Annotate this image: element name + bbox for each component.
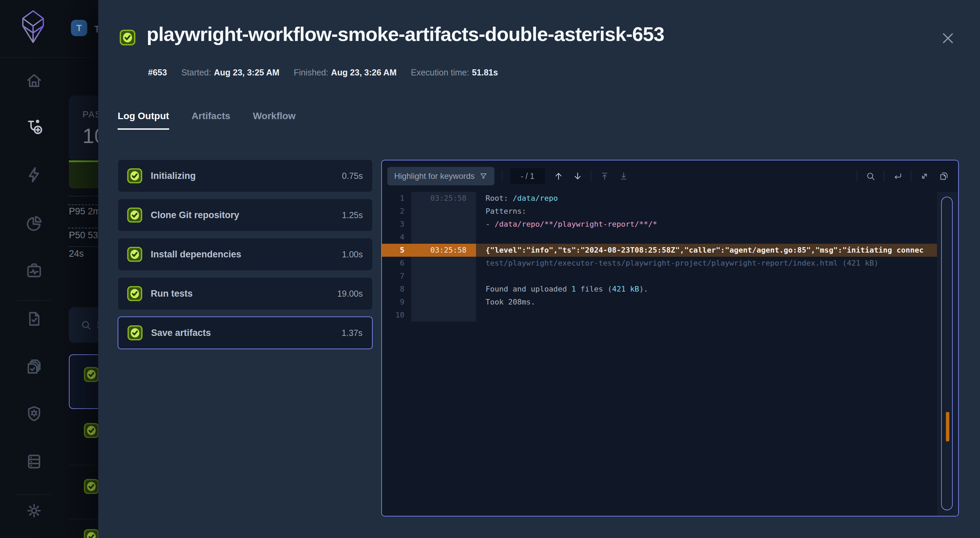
- sidebar-item-test-suites[interactable]: [25, 357, 43, 375]
- sidebar-item-security[interactable]: [25, 404, 43, 423]
- line-number: 9: [382, 295, 411, 309]
- step-name: Clone Git repository: [151, 210, 239, 220]
- match-counter: - / 1: [510, 168, 545, 184]
- log-line[interactable]: 2Patterns:: [382, 205, 958, 218]
- wrap-lines-button[interactable]: [892, 170, 903, 182]
- step-success-icon: [127, 286, 143, 302]
- log-toolbar: Highlight for keywords - / 1: [382, 160, 958, 192]
- sidebar-item-create-pipeline[interactable]: [25, 117, 43, 135]
- workspace-avatar[interactable]: T: [71, 20, 87, 36]
- line-timestamp: 03:25:58: [411, 192, 476, 205]
- log-line[interactable]: 10: [382, 309, 958, 322]
- line-number: 2: [382, 205, 411, 218]
- line-timestamp: [411, 231, 476, 244]
- finished-at: Finished:Aug 23, 3:26 AM: [294, 68, 396, 78]
- next-match-button[interactable]: [572, 170, 584, 182]
- line-content: Patterns:: [476, 205, 937, 218]
- sidebar-item-monitors[interactable]: [25, 261, 43, 279]
- scroll-to-top-button[interactable]: [599, 170, 610, 182]
- run-title: playwright-workflow-smoke-artifacts-doub…: [146, 22, 664, 45]
- log-line[interactable]: 8Found and uploaded 1 files (421 kB).: [382, 283, 958, 295]
- log-line[interactable]: 4: [382, 231, 958, 244]
- line-number: 3: [382, 218, 411, 231]
- workspace-initial: T: [76, 23, 82, 34]
- doc-check-icon: [25, 310, 43, 328]
- line-number: 7: [382, 270, 411, 283]
- sidebar-item-home[interactable]: [25, 71, 43, 90]
- step-success-icon: [127, 168, 143, 184]
- arrow-up-icon: [554, 171, 563, 181]
- step-success-icon: [127, 207, 143, 223]
- toolbar-separator: [911, 170, 911, 182]
- line-timestamp: [411, 270, 476, 283]
- app-screen: T To PAS 10 P95 2m P50 53s 24s Se playwr…: [0, 0, 980, 538]
- step-duration: 19.00s: [337, 289, 363, 299]
- highlight-keywords-button[interactable]: Highlight for keywords: [387, 167, 495, 185]
- step-name: Run tests: [151, 289, 192, 299]
- docs-stack-icon: [25, 357, 43, 375]
- step-success-icon: [127, 325, 143, 341]
- line-number: 4: [382, 231, 411, 244]
- tab-log-output[interactable]: Log Output: [118, 110, 169, 130]
- log-line[interactable]: 503:25:58{"level":"info","ts":"2024-08-2…: [382, 244, 958, 257]
- log-line[interactable]: 3- /data/repo/**/playwright-report/**/*: [382, 218, 958, 231]
- step-item[interactable]: Run tests19.00s: [118, 277, 373, 310]
- log-search-button[interactable]: [865, 170, 877, 182]
- sidebar-item-settings[interactable]: [25, 501, 43, 520]
- pie-icon: [25, 214, 43, 233]
- search-icon: [866, 171, 875, 181]
- sidebar-item-test-reports[interactable]: [25, 310, 43, 328]
- log-line[interactable]: 7: [382, 270, 958, 283]
- tab-artifacts[interactable]: Artifacts: [192, 110, 231, 130]
- started-at: Started:Aug 23, 3:25 AM: [181, 68, 280, 78]
- line-number: 10: [382, 309, 411, 322]
- sidebar-divider: [16, 300, 52, 301]
- line-content: Took 208ms.: [476, 295, 937, 309]
- line-number: 6: [382, 257, 411, 270]
- copy-icon: [939, 171, 948, 181]
- step-name: Save artifacts: [151, 328, 211, 338]
- line-timestamp: [411, 295, 476, 309]
- log-output-panel: Highlight for keywords - / 1: [381, 160, 959, 517]
- step-item[interactable]: Clone Git repository1.25s: [118, 199, 373, 231]
- step-item[interactable]: Initializing0.75s: [118, 160, 373, 192]
- run-details-modal: playwright-workflow-smoke-artifacts-doub…: [98, 0, 980, 538]
- line-content: [476, 270, 937, 283]
- step-item[interactable]: Save artifacts1.37s: [118, 316, 373, 349]
- close-button[interactable]: [938, 28, 958, 48]
- metric-p50: P50 53s: [69, 230, 103, 241]
- line-timestamp: [411, 218, 476, 231]
- line-content: {"level":"info","ts":"2024-08-23T08:25:5…: [476, 244, 937, 257]
- sidebar-item-analytics[interactable]: [25, 214, 43, 233]
- previous-match-button[interactable]: [553, 170, 564, 182]
- step-duration: 1.00s: [342, 249, 363, 259]
- toolbar-separator: [884, 170, 884, 182]
- monitor-icon: [25, 261, 43, 279]
- bolt-icon: [25, 166, 43, 184]
- log-lines: 103:25:58Root: /data/repo2Patterns:3- /d…: [382, 192, 958, 322]
- toolbar-separator: [591, 170, 591, 182]
- scroll-to-bottom-button[interactable]: [618, 170, 630, 182]
- close-icon: [940, 31, 955, 46]
- toolbar-separator: [857, 170, 857, 182]
- pipeline-add-icon: [25, 117, 43, 135]
- line-content: - /data/repo/**/playwright-report/**/*: [476, 218, 937, 231]
- wrap-lines-icon: [893, 171, 902, 181]
- log-line[interactable]: 9Took 208ms.: [382, 295, 958, 309]
- log-line[interactable]: 103:25:58Root: /data/repo: [382, 192, 958, 205]
- line-timestamp: [411, 257, 476, 270]
- app-logo-icon[interactable]: [18, 9, 48, 46]
- tab-workflow[interactable]: Workflow: [253, 110, 295, 130]
- log-line[interactable]: 6test/playwright/executor-tests/playwrig…: [382, 257, 958, 270]
- metric-duration: 24s: [69, 249, 84, 259]
- run-meta: #653 Started:Aug 23, 3:25 AM Finished:Au…: [148, 68, 498, 78]
- scrollbar-thumb[interactable]: [941, 196, 953, 510]
- sidebar-item-triggers[interactable]: [25, 166, 43, 184]
- step-item[interactable]: Install dependencies1.00s: [118, 238, 373, 271]
- expand-fullscreen-button[interactable]: [919, 170, 930, 182]
- sidebar-item-infrastructure[interactable]: [25, 452, 43, 471]
- home-icon: [25, 71, 43, 90]
- copy-log-button[interactable]: [938, 170, 949, 182]
- line-content: [476, 231, 937, 244]
- step-list: Initializing0.75sClone Git repository1.2…: [118, 160, 373, 356]
